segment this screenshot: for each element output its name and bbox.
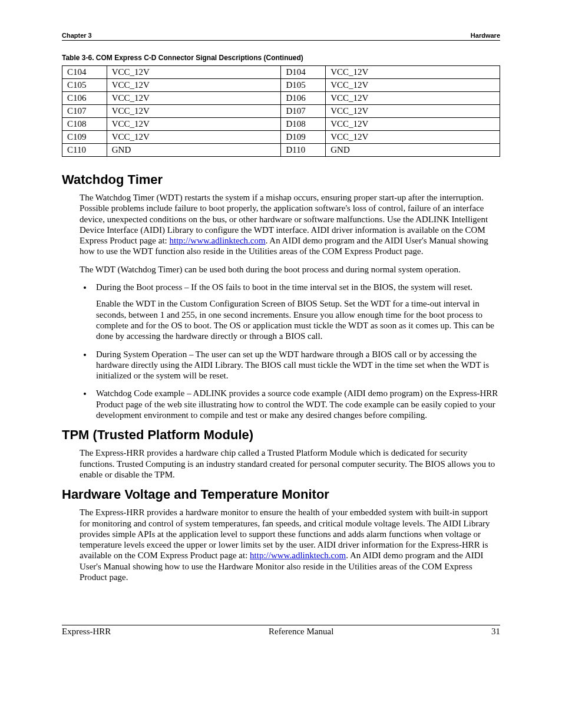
pin-cell: D109	[281, 131, 326, 144]
footer-left: Express-HRR	[62, 627, 111, 637]
section-title-tpm: TPM (Trusted Platform Module)	[62, 427, 500, 443]
wdt-bullet-list: During the Boot process – If the OS fail…	[92, 282, 500, 420]
signal-cell: VCC_12V	[107, 79, 281, 92]
signal-cell: VCC_12V	[326, 118, 500, 131]
signal-cell: VCC_12V	[107, 131, 281, 144]
signal-cell: VCC_12V	[107, 105, 281, 118]
pin-cell: C105	[62, 79, 107, 92]
wdt-paragraph-1: The Watchdog Timer (WDT) restarts the sy…	[80, 192, 500, 257]
pin-cell: C108	[62, 118, 107, 131]
table-row: C104VCC_12VD104VCC_12V	[62, 66, 500, 79]
table-row: C106VCC_12VD106VCC_12V	[62, 92, 500, 105]
wdt-bullet-1: During the Boot process – If the OS fail…	[92, 282, 500, 341]
signal-cell: VCC_12V	[326, 105, 500, 118]
signal-cell: VCC_12V	[107, 118, 281, 131]
page-header: Chapter 3 Hardware	[62, 32, 500, 41]
pin-cell: C106	[62, 92, 107, 105]
table-caption: Table 3-6. COM Express C-D Connector Sig…	[62, 54, 500, 62]
pin-cell: D106	[281, 92, 326, 105]
signal-cell: GND	[326, 144, 500, 157]
footer-center: Reference Manual	[269, 627, 333, 637]
table-row: C105VCC_12VD105VCC_12V	[62, 79, 500, 92]
page-footer: Express-HRR Reference Manual 31	[62, 625, 500, 637]
wdt-paragraph-2: The WDT (Watchdog Timer) can be used bot…	[80, 264, 500, 275]
table-row: C108VCC_12VD108VCC_12V	[62, 118, 500, 131]
wdt-b1-text: During the Boot process – If the OS fail…	[96, 282, 472, 292]
header-section: Hardware	[471, 32, 500, 39]
pin-cell: C110	[62, 144, 107, 157]
pin-cell: D108	[281, 118, 326, 131]
pin-cell: C107	[62, 105, 107, 118]
signal-cell: VCC_12V	[107, 66, 281, 79]
header-chapter: Chapter 3	[62, 32, 92, 39]
adlink-link-1[interactable]: http://www.adlinktech.com	[169, 236, 265, 245]
wdt-b1-sub: Enable the WDT in the Custom Configurati…	[96, 298, 500, 341]
section-title-hvt: Hardware Voltage and Temperature Monitor	[62, 487, 500, 502]
signal-cell: VCC_12V	[326, 79, 500, 92]
section-title-wdt: Watchdog Timer	[62, 172, 500, 187]
table-row: C109VCC_12VD109VCC_12V	[62, 131, 500, 144]
pin-cell: D110	[281, 144, 326, 157]
pin-cell: C109	[62, 131, 107, 144]
signal-cell: GND	[107, 144, 281, 157]
signal-table: C104VCC_12VD104VCC_12VC105VCC_12VD105VCC…	[62, 65, 500, 157]
tpm-paragraph-1: The Express-HRR provides a hardware chip…	[80, 447, 500, 480]
pin-cell: C104	[62, 66, 107, 79]
adlink-link-2[interactable]: http://www.adlinktech.com	[250, 551, 346, 560]
wdt-bullet-2: During System Operation – The user can s…	[92, 349, 500, 381]
signal-cell: VCC_12V	[326, 131, 500, 144]
table-row: C110GNDD110GND	[62, 144, 500, 157]
signal-cell: VCC_12V	[107, 92, 281, 105]
pin-cell: D107	[281, 105, 326, 118]
hvt-paragraph-1: The Express-HRR provides a hardware moni…	[80, 507, 500, 582]
pin-cell: D104	[281, 66, 326, 79]
signal-cell: VCC_12V	[326, 92, 500, 105]
pin-cell: D105	[281, 79, 326, 92]
wdt-bullet-3: Watchdog Code example – ADLINK provides …	[92, 388, 500, 420]
footer-right: 31	[491, 627, 500, 637]
table-row: C107VCC_12VD107VCC_12V	[62, 105, 500, 118]
signal-cell: VCC_12V	[326, 66, 500, 79]
